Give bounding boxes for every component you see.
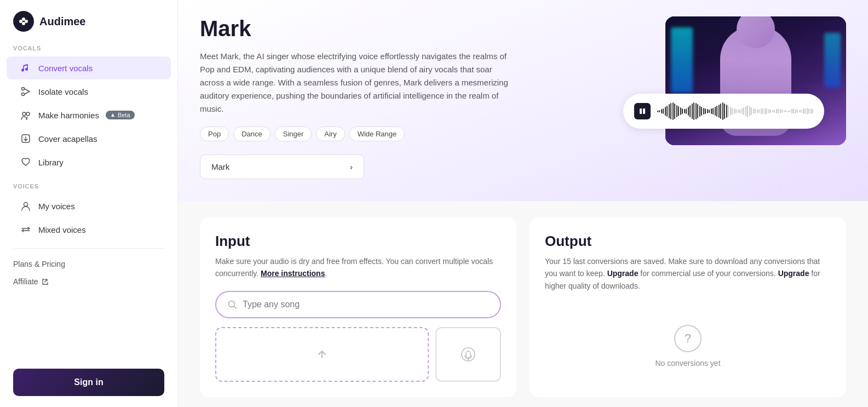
waveform-bar — [734, 108, 735, 113]
waveform-bar — [810, 108, 812, 113]
waveform-bar — [739, 109, 740, 113]
search-icon — [227, 300, 237, 309]
waveform-bar — [753, 108, 754, 114]
upgrade2-link[interactable]: Upgrade — [778, 269, 809, 278]
waveform-bar — [726, 105, 727, 118]
waveform-bar — [741, 108, 743, 114]
sidebar-item-make-harmonies[interactable]: Make harmonies Beta — [7, 104, 171, 127]
waveform-bar — [743, 107, 744, 116]
waveform-bar — [787, 111, 789, 112]
input-desc: Make sure your audio is dry and free fro… — [215, 255, 501, 280]
harmonies-icon — [20, 109, 32, 121]
waveform-bar — [666, 106, 668, 117]
vocals-nav: Convert vocals Isolate vocals — [0, 56, 177, 174]
library-label: Library — [38, 158, 64, 167]
waveform-bar — [795, 109, 796, 113]
waveform-bar — [718, 105, 720, 118]
mark-section: Mark Meet Mark, the AI singer whose elec… — [178, 0, 868, 201]
waveform-bar — [755, 109, 756, 113]
beta-badge: Beta — [106, 111, 135, 119]
waveform-bar — [789, 110, 790, 113]
isolate-vocals-label: Isolate vocals — [38, 87, 88, 96]
tag-pop: Pop — [200, 127, 229, 141]
sidebar-item-mixed-voices[interactable]: Mixed voices — [7, 218, 171, 241]
waveform-bar — [730, 107, 731, 116]
input-panel: Input Make sure your audio is dry and fr… — [200, 217, 516, 397]
waveform-bar — [757, 110, 758, 112]
logo-area: Audimee — [0, 11, 177, 45]
waveform-bar — [758, 109, 760, 113]
sidebar-item-convert-vocals[interactable]: Convert vocals — [7, 56, 171, 79]
waveform-bar — [764, 108, 766, 115]
waveform-bar — [732, 108, 733, 115]
waveform-bar — [672, 102, 674, 120]
svg-point-12 — [229, 301, 235, 307]
no-conversions-area: ? No conversions yet — [545, 303, 831, 368]
waveform-bar — [722, 102, 723, 119]
upload-row — [215, 327, 501, 382]
song-search-box[interactable] — [215, 291, 501, 318]
waveform-bar — [747, 105, 748, 117]
waveform-bar — [728, 106, 729, 117]
svg-point-1 — [22, 18, 25, 21]
no-conversions-text: No conversions yet — [655, 359, 720, 368]
sign-in-button[interactable]: Sign in — [13, 369, 164, 396]
waveform-bar — [697, 104, 698, 118]
sidebar-item-my-voices[interactable]: My voices — [7, 194, 171, 217]
waveform-bar — [774, 110, 775, 112]
waveform-bar — [780, 109, 781, 113]
waveform-bar — [670, 103, 671, 119]
waveform-bar — [661, 109, 662, 113]
waveform-bar — [735, 109, 737, 113]
record-box[interactable] — [435, 327, 501, 382]
waveform-bar — [720, 104, 721, 118]
question-icon: ? — [674, 325, 702, 352]
more-instructions-link[interactable]: More instructions — [261, 269, 325, 278]
affiliate-link[interactable]: Affiliate — [0, 273, 177, 290]
stop-button[interactable] — [634, 103, 651, 119]
upload-box[interactable] — [215, 327, 429, 382]
sidebar-item-library[interactable]: Library — [7, 151, 171, 174]
scissors-icon — [20, 85, 32, 98]
sidebar-divider — [13, 248, 164, 249]
my-voices-label: My voices — [38, 202, 75, 211]
mixed-icon — [20, 223, 32, 236]
waveform-bar — [799, 110, 800, 113]
upload-icon — [313, 346, 331, 363]
waveform-bar — [761, 108, 762, 113]
waveform-bar — [693, 102, 694, 120]
waveform — [657, 101, 814, 121]
svg-point-2 — [25, 20, 28, 23]
svg-point-9 — [24, 203, 28, 207]
waveform-bar — [699, 106, 700, 117]
sidebar-item-cover-acapellas[interactable]: Cover acapellas — [7, 127, 171, 150]
bottom-section: Input Make sure your audio is dry and fr… — [178, 201, 868, 407]
main-content: Mark Meet Mark, the AI singer whose elec… — [178, 0, 868, 407]
waveform-bar — [715, 107, 716, 116]
search-input[interactable] — [243, 300, 489, 309]
input-title: Input — [215, 233, 501, 250]
upgrade1-link[interactable]: Upgrade — [607, 269, 639, 278]
waveform-bar — [804, 108, 806, 114]
mark-info: Mark Meet Mark, the AI singer whose elec… — [200, 16, 643, 179]
waveform-bar — [676, 105, 677, 118]
waveform-bar — [695, 103, 697, 119]
logo-icon — [13, 11, 34, 32]
vocals-section-label: VOCALS — [0, 45, 177, 56]
plans-pricing-link[interactable]: Plans & Pricing — [0, 255, 177, 273]
mark-image-area — [665, 16, 846, 145]
waveform-bar — [711, 108, 712, 113]
waveform-bar — [776, 109, 777, 113]
tag-airy: Airy — [316, 127, 344, 141]
waveform-bar — [745, 106, 746, 116]
waveform-bar — [772, 110, 773, 112]
sidebar-item-isolate-vocals[interactable]: Isolate vocals — [7, 80, 171, 103]
svg-rect-11 — [643, 108, 645, 114]
svg-rect-10 — [640, 108, 642, 114]
waveform-bar — [709, 110, 710, 112]
waveform-bar — [716, 106, 717, 117]
waveform-bar — [749, 106, 750, 116]
tag-singer: Singer — [275, 127, 312, 141]
waveform-bar — [785, 110, 786, 112]
mark-select-button[interactable]: Mark › — [200, 154, 364, 179]
